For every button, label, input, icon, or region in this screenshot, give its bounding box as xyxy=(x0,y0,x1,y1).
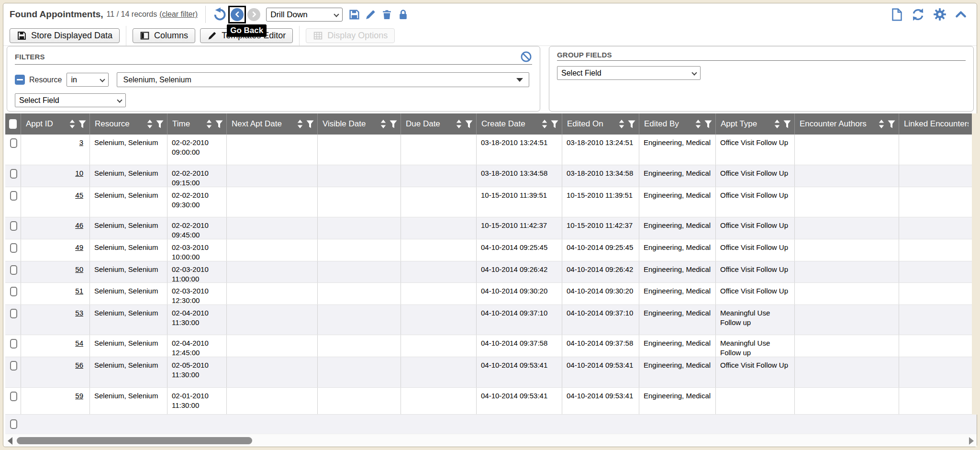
appt-id-link[interactable]: 53 xyxy=(75,309,83,317)
filter-funnel-icon[interactable] xyxy=(551,120,558,128)
filter-funnel-icon[interactable] xyxy=(783,120,791,128)
row-checkbox[interactable] xyxy=(10,287,17,296)
filter-funnel-icon[interactable] xyxy=(156,120,164,128)
row-checkbox[interactable] xyxy=(10,169,17,179)
column-header[interactable]: Visible Date xyxy=(318,113,401,135)
clear-filter-link[interactable]: (clear filter) xyxy=(159,10,198,19)
column-header[interactable]: Time xyxy=(167,113,227,135)
column-header[interactable]: Appt ID xyxy=(21,113,90,135)
filter-field-label: Resource xyxy=(29,76,62,84)
go-forward-icon[interactable] xyxy=(247,8,260,21)
save-icon[interactable] xyxy=(348,9,360,21)
sort-icon[interactable] xyxy=(774,120,780,128)
store-displayed-data-button[interactable]: Store Displayed Data xyxy=(10,28,120,43)
filter-funnel-icon[interactable] xyxy=(888,120,895,128)
row-checkbox[interactable] xyxy=(10,138,17,148)
filter-funnel-icon[interactable] xyxy=(704,120,712,128)
sort-icon[interactable] xyxy=(206,120,212,128)
appt-id-link[interactable]: 10 xyxy=(75,169,83,177)
appt-id-link[interactable]: 50 xyxy=(75,265,83,273)
collapse-chevron-icon[interactable] xyxy=(955,8,967,21)
cell-linked-encounters xyxy=(899,239,972,261)
column-header-label: Time xyxy=(172,119,190,129)
sort-icon[interactable] xyxy=(618,120,625,128)
clear-filters-icon[interactable] xyxy=(520,51,532,63)
sort-icon[interactable] xyxy=(69,120,76,128)
column-header-label: Due Date xyxy=(406,119,440,129)
row-checkbox[interactable] xyxy=(10,191,17,201)
column-header[interactable]: Linked Encounters xyxy=(899,113,972,135)
gear-icon[interactable] xyxy=(933,8,947,21)
scrollbar-thumb[interactable] xyxy=(17,437,252,444)
go-back-icon[interactable] xyxy=(231,8,244,21)
appt-id-link[interactable]: 51 xyxy=(75,287,83,295)
scroll-right-arrow-icon[interactable] xyxy=(969,437,974,445)
filter-funnel-icon[interactable] xyxy=(306,120,314,128)
cell-encounter-authors xyxy=(795,357,899,387)
column-header-label: Encounter Authors xyxy=(800,119,867,129)
cell-linked-encounters xyxy=(899,217,972,239)
sort-icon[interactable] xyxy=(380,120,387,128)
appt-id-link[interactable]: 49 xyxy=(75,243,83,251)
sort-icon[interactable] xyxy=(456,120,462,128)
remove-filter-icon[interactable] xyxy=(15,75,25,85)
columns-button[interactable]: Columns xyxy=(133,28,195,43)
new-file-icon[interactable] xyxy=(891,8,903,21)
cell-due-date xyxy=(401,283,477,304)
sort-icon[interactable] xyxy=(541,120,548,128)
page-title: Found Appointments, xyxy=(10,9,103,20)
cell-appt-id: 10 xyxy=(21,165,90,187)
sort-icon[interactable] xyxy=(146,120,153,128)
sort-icon[interactable] xyxy=(878,120,885,128)
row-checkbox[interactable] xyxy=(10,309,17,318)
scroll-left-arrow-icon[interactable] xyxy=(8,437,12,445)
cell-appt-id: 45 xyxy=(21,187,90,217)
column-header[interactable]: Due Date xyxy=(401,113,477,135)
filter-funnel-icon[interactable] xyxy=(215,120,223,128)
row-checkbox[interactable] xyxy=(10,339,17,349)
column-header[interactable]: Encounter Authors xyxy=(795,113,899,135)
appt-id-link[interactable]: 54 xyxy=(75,339,83,347)
row-checkbox[interactable] xyxy=(10,419,17,429)
group-select-field[interactable]: Select Field xyxy=(557,66,701,80)
filter-funnel-icon[interactable] xyxy=(628,120,635,128)
trash-icon[interactable] xyxy=(381,9,393,21)
toolbar-separator xyxy=(205,6,206,23)
filter-operator-select[interactable]: in xyxy=(67,73,109,87)
cell-time: 02-02-2010 09:45:00 xyxy=(167,217,227,239)
row-checkbox[interactable] xyxy=(10,243,17,253)
appt-id-link[interactable]: 45 xyxy=(75,191,83,199)
column-header[interactable]: Create Date xyxy=(477,113,562,135)
column-header[interactable]: Next Apt Date xyxy=(227,113,318,135)
refresh-icon[interactable] xyxy=(911,8,925,22)
cell-appt-type: Office Visit Follow Up xyxy=(716,135,795,165)
filter-value-dropdown[interactable]: Selenium, Selenium xyxy=(117,72,529,87)
sort-icon[interactable] xyxy=(695,120,702,128)
filter-funnel-icon[interactable] xyxy=(390,120,397,128)
undo-icon[interactable] xyxy=(212,7,227,22)
display-options-label: Display Options xyxy=(327,31,388,41)
filter-funnel-icon[interactable] xyxy=(78,120,86,128)
column-header[interactable]: Edited On xyxy=(562,113,639,135)
cell-due-date xyxy=(401,239,477,261)
filter-select-field[interactable]: Select Field xyxy=(15,93,126,107)
row-checkbox[interactable] xyxy=(10,361,17,371)
drill-down-select[interactable]: Drill Down xyxy=(266,8,343,22)
sort-icon[interactable] xyxy=(297,120,303,128)
cell-due-date xyxy=(401,135,477,165)
row-checkbox[interactable] xyxy=(10,392,17,401)
column-header[interactable]: Appt Type xyxy=(716,113,795,135)
row-checkbox[interactable] xyxy=(10,265,17,275)
display-options-button[interactable]: Display Options xyxy=(306,28,395,43)
pencil-icon[interactable] xyxy=(365,9,377,21)
column-header[interactable]: Edited By xyxy=(639,113,716,135)
filter-funnel-icon[interactable] xyxy=(465,120,473,128)
select-all-checkbox[interactable] xyxy=(9,119,17,129)
appt-id-link[interactable]: 46 xyxy=(75,221,83,229)
appt-id-link[interactable]: 56 xyxy=(75,361,83,369)
lock-icon[interactable] xyxy=(397,9,409,21)
appt-id-link[interactable]: 59 xyxy=(75,392,83,400)
column-header[interactable]: Resource xyxy=(90,113,167,135)
appt-id-link[interactable]: 3 xyxy=(79,138,83,146)
row-checkbox[interactable] xyxy=(10,221,17,231)
